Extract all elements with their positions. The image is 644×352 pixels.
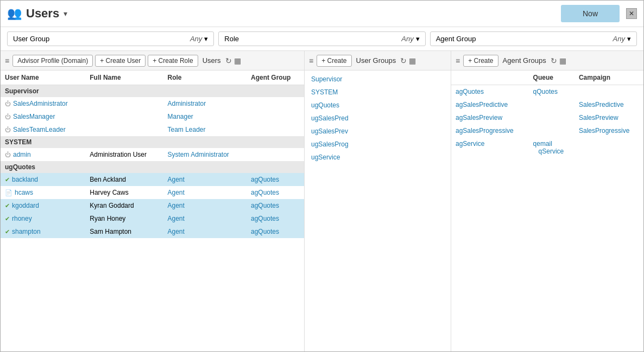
agent-group-link[interactable]: agQuotes <box>251 228 279 235</box>
user-group-link[interactable]: SYSTEM <box>311 88 338 96</box>
user-group-link[interactable]: ugSalesPrev <box>311 127 348 135</box>
role-filter[interactable]: Role Any ▾ <box>218 31 425 46</box>
table-row[interactable]: ✔shamptonSam HamptonAgentagQuotes <box>1 225 304 238</box>
role-cell: Team Leader <box>163 123 247 136</box>
title-dropdown-arrow[interactable]: ▾ <box>64 9 67 18</box>
agent-group-cell <box>247 148 304 161</box>
list-item[interactable]: ugSalesPred <box>305 112 451 125</box>
filters-row: User Group Any ▾ Role Any ▾ Agent Group … <box>1 27 643 51</box>
user-groups-chart-icon[interactable]: ▦ <box>409 56 416 65</box>
users-chart-icon[interactable]: ▦ <box>234 56 241 65</box>
queue-link[interactable]: qQuotes <box>533 88 558 95</box>
ag-queue-cell: qemailqService <box>529 137 574 158</box>
agent-group-link[interactable]: agQuotes <box>251 189 279 196</box>
role-link[interactable]: Agent <box>167 228 184 235</box>
table-row[interactable]: agSalesProgressiveSalesProgressive <box>451 124 643 137</box>
table-row[interactable]: ✔rhoneyRyan HoneyAgentagQuotes <box>1 212 304 225</box>
now-button[interactable]: Now <box>561 5 620 22</box>
list-item[interactable]: SYSTEM <box>305 86 451 99</box>
username-link[interactable]: rhoney <box>12 215 32 222</box>
agent-groups-menu-icon[interactable]: ≡ <box>456 56 460 65</box>
username-link[interactable]: hcaws <box>15 189 33 196</box>
list-item[interactable]: ugQuotes <box>305 99 451 112</box>
close-button[interactable]: ✕ <box>626 8 637 19</box>
role-cell: Agent <box>163 212 247 225</box>
list-item[interactable]: ugSalesPrev <box>305 125 451 138</box>
username-link[interactable]: SalesManager <box>13 113 55 120</box>
table-row[interactable]: agSalesPreviewSalesPreview <box>451 111 643 124</box>
agent-groups-refresh-icon[interactable]: ↻ <box>551 56 557 65</box>
agent-group-name-link[interactable]: agSalesPredictive <box>456 101 508 108</box>
user-group-link[interactable]: ugQuotes <box>311 101 339 109</box>
agent-group-name-link[interactable]: agSalesProgressive <box>456 127 514 135</box>
list-item[interactable]: Supervisor <box>305 73 451 86</box>
agent-groups-title: Agent Groups <box>503 56 546 65</box>
table-row[interactable]: ✔kgoddardKyran GoddardAgentagQuotes <box>1 199 304 212</box>
advisor-profile-button[interactable]: Advisor Profile (Domain) <box>12 55 93 67</box>
table-row[interactable]: agQuotesqQuotes <box>451 85 643 99</box>
agent-group-name-link[interactable]: agQuotes <box>456 88 484 95</box>
user-groups-menu-icon[interactable]: ≡ <box>309 56 313 65</box>
username-link[interactable]: shampton <box>12 228 41 235</box>
create-user-button[interactable]: + Create User <box>95 55 146 67</box>
agent-group-name-link[interactable]: agSalesPreview <box>456 114 502 121</box>
table-row[interactable]: agServiceqemailqService <box>451 137 643 158</box>
table-row[interactable]: ⏻SalesManagerManager <box>1 110 304 123</box>
agent-group-cell: agQuotes <box>247 186 304 199</box>
agent-groups-chart-icon[interactable]: ▦ <box>559 56 566 65</box>
table-row[interactable]: ⏻adminAdministration UserSystem Administ… <box>1 148 304 161</box>
username-link[interactable]: SalesTeamLeader <box>13 126 66 133</box>
table-row[interactable]: ⏻SalesTeamLeaderTeam Leader <box>1 123 304 136</box>
section-header: Supervisor <box>1 85 304 98</box>
agent-group-link[interactable]: agQuotes <box>251 202 279 209</box>
col-agent-group: Agent Group <box>247 71 304 85</box>
user-groups-list: SupervisorSYSTEMugQuotesugSalesPredugSal… <box>305 71 451 351</box>
main-content: ≡ Advisor Profile (Domain) + Create User… <box>1 51 643 351</box>
role-link[interactable]: Administrator <box>167 100 206 107</box>
create-role-button[interactable]: + Create Role <box>148 55 198 67</box>
username-link[interactable]: backland <box>12 176 38 183</box>
agent-group-link[interactable]: agQuotes <box>251 176 279 183</box>
campaign-link[interactable]: SalesPreview <box>579 114 618 121</box>
role-link[interactable]: System Administrator <box>167 151 229 158</box>
create-user-group-button[interactable]: + Create <box>317 55 351 67</box>
title-left: 👥 Users ▾ <box>7 7 67 21</box>
list-item[interactable]: ugService <box>305 151 451 164</box>
list-item[interactable]: ugSalesProg <box>305 138 451 151</box>
role-cell: System Administrator <box>163 148 247 161</box>
fullname-cell: Ben Ackland <box>85 173 163 186</box>
role-link[interactable]: Agent <box>167 189 184 196</box>
user-group-link[interactable]: ugService <box>311 153 340 161</box>
username-link[interactable]: SalesAdministrator <box>13 100 68 107</box>
table-row[interactable]: ✔backlandBen AcklandAgentagQuotes <box>1 173 304 186</box>
username-link[interactable]: admin <box>13 151 31 158</box>
campaign-link[interactable]: SalesProgressive <box>579 127 629 135</box>
role-link[interactable]: Agent <box>167 176 184 183</box>
agent-group-filter[interactable]: Agent Group Any ▾ <box>430 31 637 46</box>
users-refresh-icon[interactable]: ↻ <box>225 56 232 65</box>
user-group-link[interactable]: ugSalesProg <box>311 140 349 148</box>
campaign-link[interactable]: SalesPredictive <box>579 101 624 108</box>
table-row[interactable]: ⏻SalesAdministratorAdministrator <box>1 97 304 110</box>
user-name-cell: ✔backland <box>1 173 85 186</box>
username-link[interactable]: kgoddard <box>12 202 39 209</box>
role-link[interactable]: Manager <box>167 113 193 120</box>
user-group-filter[interactable]: User Group Any ▾ <box>7 31 214 46</box>
main-window: 👥 Users ▾ Now ✕ User Group Any ▾ Role An… <box>0 0 644 352</box>
queue-link[interactable]: qemail <box>533 140 552 148</box>
create-agent-group-button[interactable]: + Create <box>463 55 498 67</box>
user-groups-refresh-icon[interactable]: ↻ <box>400 56 407 65</box>
role-link[interactable]: Team Leader <box>167 126 205 133</box>
agent-group-link[interactable]: agQuotes <box>251 215 279 222</box>
role-link[interactable]: Agent <box>167 202 184 209</box>
agent-group-name-link[interactable]: agService <box>456 140 484 148</box>
role-link[interactable]: Agent <box>167 215 184 222</box>
users-menu-icon[interactable]: ≡ <box>5 56 9 65</box>
table-row[interactable]: agSalesPredictiveSalesPredictive <box>451 98 643 111</box>
agent-group-arrow-icon: ▾ <box>627 35 631 43</box>
user-group-link[interactable]: Supervisor <box>311 75 342 83</box>
user-name-cell: ⏻SalesTeamLeader <box>1 123 85 136</box>
user-group-link[interactable]: ugSalesPred <box>311 114 349 122</box>
table-row[interactable]: 📄hcawsHarvey CawsAgentagQuotes <box>1 186 304 199</box>
queue-link[interactable]: qService <box>539 148 564 155</box>
